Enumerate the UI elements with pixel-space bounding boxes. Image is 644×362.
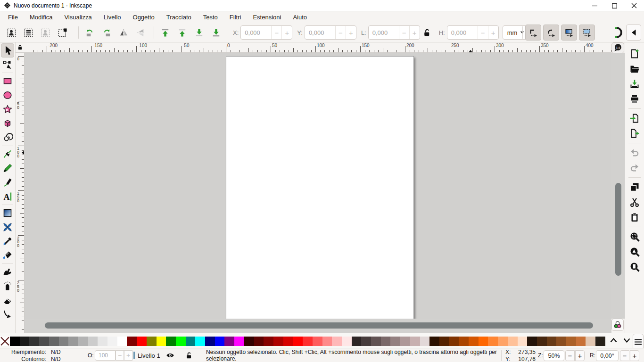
color-swatch[interactable] — [479, 337, 488, 346]
color-swatch[interactable] — [303, 337, 313, 346]
layer-lock-icon[interactable] — [185, 351, 193, 360]
rect-tool-button[interactable] — [1, 74, 14, 88]
raise-button[interactable] — [176, 26, 188, 39]
palette-menu-button[interactable] — [633, 334, 644, 350]
no-color-swatch[interactable] — [0, 337, 10, 346]
open-button[interactable] — [627, 61, 642, 76]
color-swatch[interactable] — [342, 337, 352, 346]
minimize-button[interactable] — [585, 0, 604, 11]
lower-to-bottom-button[interactable] — [210, 26, 222, 39]
vertical-ruler[interactable]: 05 01 0 01 5 02 0 02 5 0 — [16, 53, 25, 333]
menu-livello[interactable]: Livello — [99, 12, 125, 22]
box3d-tool-button[interactable] — [1, 116, 14, 131]
opacity-input[interactable]: 100 — [95, 350, 116, 361]
spray-tool-button[interactable] — [1, 279, 14, 293]
rotation-decrement-button[interactable]: − — [620, 350, 629, 361]
fill-value[interactable]: N/D — [51, 349, 61, 355]
zoom-input[interactable]: 50% — [544, 350, 564, 361]
color-swatch[interactable] — [371, 337, 381, 346]
color-swatch[interactable] — [547, 337, 557, 346]
color-swatch[interactable] — [352, 337, 362, 346]
color-swatch[interactable] — [157, 337, 166, 346]
color-swatch[interactable] — [322, 337, 332, 346]
height-input[interactable]: 0,000−+ — [447, 25, 499, 40]
horizontal-ruler[interactable]: -200-150-100-50050100150200250300350400 — [25, 42, 611, 53]
color-swatch[interactable] — [361, 337, 371, 346]
vertical-scrollbar-thumb[interactable] — [615, 183, 621, 276]
width-decrement-button[interactable]: − — [399, 26, 409, 39]
color-swatch[interactable] — [332, 337, 342, 346]
y-decrement-button[interactable]: − — [335, 26, 346, 39]
color-swatch[interactable] — [264, 337, 273, 346]
x-decrement-button[interactable]: − — [271, 26, 281, 39]
duplicate-button[interactable] — [627, 180, 642, 195]
y-input[interactable]: 0,000−+ — [305, 25, 356, 40]
height-increment-button[interactable]: + — [488, 26, 498, 39]
export-button[interactable] — [627, 126, 642, 141]
vertical-scrollbar[interactable] — [611, 53, 625, 319]
maximize-button[interactable] — [604, 0, 624, 11]
zoom-1-1-button[interactable]: 1:1 — [611, 42, 624, 53]
color-swatch[interactable] — [186, 337, 196, 346]
move-gradients-button[interactable] — [561, 25, 577, 41]
menu-visualizza[interactable]: Visualizza — [60, 12, 96, 22]
close-button[interactable] — [624, 0, 644, 11]
color-swatch[interactable] — [127, 337, 137, 346]
gradient-tool-button[interactable] — [1, 206, 14, 220]
menu-testo[interactable]: Testo — [199, 12, 222, 22]
menu-tracciato[interactable]: Tracciato — [162, 12, 196, 22]
color-swatch[interactable] — [576, 337, 586, 346]
color-swatch[interactable] — [205, 337, 215, 346]
horizontal-scrollbar-thumb[interactable] — [45, 322, 593, 329]
rotate-ccw-button[interactable] — [83, 26, 96, 39]
color-swatch[interactable] — [20, 337, 30, 346]
text-tool-button[interactable]: A — [1, 189, 14, 204]
flip-horizontal-button[interactable] — [117, 26, 130, 39]
lock-ratio-icon[interactable] — [421, 26, 433, 39]
selector-tool-button[interactable] — [1, 43, 14, 58]
pen-tool-button[interactable] — [1, 147, 14, 161]
x-input[interactable]: 0,000−+ — [240, 25, 292, 40]
zoom-drawing-button[interactable] — [627, 244, 642, 259]
palette-scroll-up-button[interactable] — [608, 336, 619, 345]
snap-toggle-icon[interactable] — [609, 26, 622, 39]
spiral-tool-button[interactable] — [1, 131, 14, 145]
color-swatch[interactable] — [176, 337, 186, 346]
color-swatch[interactable] — [498, 337, 508, 346]
color-swatch[interactable] — [68, 337, 78, 346]
color-swatch[interactable] — [117, 337, 127, 346]
menu-file[interactable]: File — [4, 12, 22, 22]
stroke-value[interactable]: N/D — [51, 356, 61, 362]
layer-visibility-icon[interactable] — [166, 351, 174, 360]
eraser-tool-button[interactable] — [1, 293, 14, 307]
opacity-decrement-button[interactable]: − — [116, 350, 124, 361]
color-swatch[interactable] — [39, 337, 49, 346]
ellipse-tool-button[interactable] — [1, 88, 14, 102]
color-swatch[interactable] — [107, 337, 117, 346]
zoom-decrement-button[interactable]: − — [565, 350, 575, 361]
color-swatch[interactable] — [313, 337, 322, 346]
color-swatch[interactable] — [88, 337, 98, 346]
color-swatch[interactable] — [195, 337, 205, 346]
color-swatch[interactable] — [215, 337, 225, 346]
color-swatch[interactable] — [518, 337, 528, 346]
zoom-page-button[interactable] — [627, 259, 642, 274]
menu-oggetto[interactable]: Oggetto — [129, 12, 159, 22]
y-increment-button[interactable]: + — [346, 26, 356, 39]
layer-name[interactable]: Livello 1 — [138, 352, 160, 359]
color-swatch[interactable] — [254, 337, 264, 346]
color-swatch[interactable] — [566, 337, 576, 346]
select-all-button[interactable] — [5, 26, 17, 39]
color-swatch[interactable] — [459, 337, 469, 346]
scale-corners-button[interactable] — [543, 25, 559, 41]
color-swatch[interactable] — [508, 337, 518, 346]
x-increment-button[interactable]: + — [281, 26, 292, 39]
tweak-tool-button[interactable] — [1, 265, 14, 279]
color-management-button[interactable] — [611, 319, 624, 331]
width-increment-button[interactable]: + — [409, 26, 420, 39]
color-swatch[interactable] — [400, 337, 410, 346]
color-swatch[interactable] — [10, 337, 20, 346]
cut-button[interactable] — [627, 195, 642, 210]
palette-scroll-down-button[interactable] — [621, 336, 632, 345]
scale-stroke-button[interactable] — [525, 25, 541, 41]
